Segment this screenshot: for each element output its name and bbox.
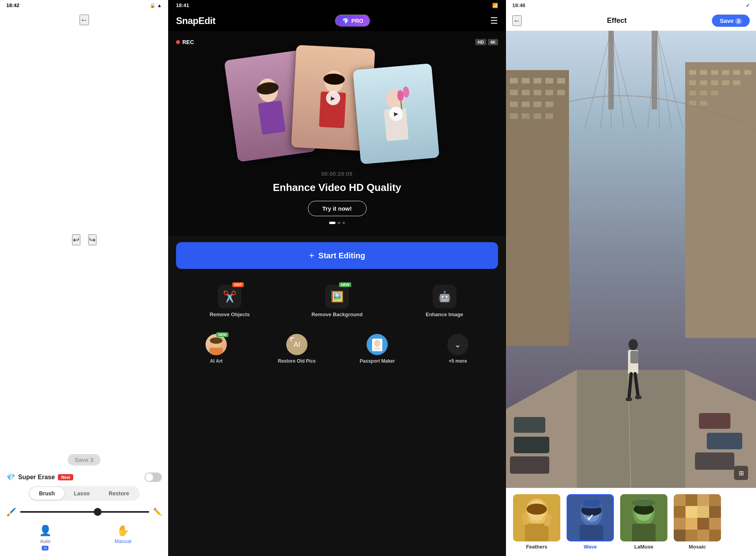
save-button-3[interactable]: Save 3 — [712, 15, 750, 27]
brush-tab-brush[interactable]: Brush — [30, 487, 64, 500]
features-grid: ✂️ HOT Remove Objects 🖼️ NEW Remove Back… — [168, 273, 506, 330]
brush-tab-lasso[interactable]: Lasso — [64, 487, 99, 500]
save-count-3: 3 — [735, 18, 742, 24]
gem-icon-2: 💎 — [342, 18, 349, 24]
effect-feathers[interactable]: Feathers — [510, 494, 563, 550]
ai-art-wrap: NEW — [206, 334, 227, 355]
try-now-button[interactable]: Try it now! — [308, 201, 367, 216]
feature-enhance[interactable]: 🤖 Enhance Image — [391, 277, 498, 326]
svg-rect-119 — [674, 530, 686, 541]
svg-rect-109 — [697, 494, 709, 506]
auto-manual-row: 👤 Auto AI ✋ Manual — [6, 519, 162, 554]
menu-button[interactable]: ☰ — [490, 16, 498, 26]
svg-rect-30 — [374, 347, 381, 350]
remove-objects-icon: ✂️ — [223, 290, 237, 303]
svg-rect-116 — [686, 518, 697, 530]
size-slider[interactable] — [20, 511, 149, 513]
more-button[interactable]: ⌄ — [447, 334, 469, 355]
status-time-1: 18:42 — [6, 2, 19, 8]
status-bar-3: 18:46 ✓ — [506, 0, 756, 11]
new-badge-bg: NEW — [339, 282, 351, 287]
feature-passport[interactable]: Passport Maker — [337, 334, 418, 365]
back-button-3[interactable]: ← — [512, 15, 522, 26]
ai-art-label: AI Art — [210, 358, 222, 365]
panel-effect: 18:46 ✓ ← Effect Save 3 — [506, 0, 756, 556]
mosaic-label: Mosaic — [689, 544, 706, 550]
pro-button[interactable]: 💎 PRO — [335, 15, 370, 27]
feature-restore[interactable]: AI Restore Old Pics — [257, 334, 337, 365]
svg-rect-96 — [580, 525, 603, 541]
plus-icon: + — [309, 250, 315, 261]
svg-rect-108 — [686, 494, 697, 506]
hero-banner: REC HD 4K — [168, 31, 506, 236]
svg-rect-110 — [709, 494, 721, 506]
svg-rect-111 — [674, 506, 686, 518]
brush-tab-group: Brush Lasso Restore — [28, 486, 140, 501]
svg-rect-121 — [697, 530, 709, 541]
svg-rect-72 — [514, 437, 549, 453]
brush-size-icon: 🖌️ — [6, 507, 16, 517]
ai-art-new-badge: NEW — [216, 332, 228, 337]
svg-rect-82 — [626, 398, 632, 401]
undo-button[interactable]: ↩ — [72, 234, 80, 245]
remove-objects-label: Remove Objects — [209, 311, 250, 318]
effect-mosaic[interactable]: Mosaic — [671, 494, 724, 550]
feathers-label: Feathers — [526, 544, 547, 550]
svg-rect-103 — [632, 524, 656, 541]
manual-button[interactable]: ✋ Manual — [84, 522, 162, 553]
svg-rect-73 — [510, 456, 549, 474]
pro-label: PRO — [351, 18, 363, 24]
dot-1 — [329, 222, 335, 224]
remove-bg-label: Remove Background — [311, 311, 363, 318]
split-compare-icon[interactable]: ⊞ — [734, 466, 748, 480]
svg-line-80 — [629, 374, 631, 400]
ai-badge: AI — [42, 546, 48, 550]
svg-point-90 — [526, 504, 547, 515]
feature-more[interactable]: ⌄ +5 more — [418, 334, 498, 365]
start-editing-label: Start Editing — [319, 251, 365, 260]
auto-label: Auto — [40, 538, 50, 544]
mosaic-thumbnail — [674, 494, 721, 541]
wave-checkmark: ✓ — [586, 512, 594, 523]
super-erase-label: 💎 Super Erase New — [6, 473, 162, 482]
more-label: +5 more — [449, 358, 467, 365]
feathers-thumbnail — [513, 494, 560, 541]
svg-rect-89 — [525, 524, 548, 541]
ai-art-avatar — [206, 334, 227, 355]
feature-remove-objects[interactable]: ✂️ HOT Remove Objects — [176, 277, 284, 326]
start-editing-button[interactable]: + Start Editing — [176, 242, 498, 269]
person-figure — [623, 337, 643, 417]
wave-label: Wave — [584, 544, 597, 550]
4k-badge: 4K — [488, 39, 498, 45]
passport-label: Passport Maker — [360, 358, 395, 365]
brush-tab-restore[interactable]: Restore — [99, 487, 139, 500]
wifi-icon: 📶 — [492, 3, 498, 8]
hd-badge: HD — [475, 39, 486, 45]
slider-thumb[interactable] — [94, 508, 102, 516]
lamuse-label: LaMuse — [634, 544, 653, 550]
feature-ai-art[interactable]: NEW AI Art — [176, 334, 257, 365]
verified-icon: ✓ — [746, 3, 750, 8]
effect-wave[interactable]: ✓ Wave — [563, 494, 617, 550]
svg-line-81 — [635, 374, 638, 398]
auto-button[interactable]: 👤 Auto AI — [6, 522, 84, 553]
dot-2 — [338, 222, 340, 224]
brush-size-row: 🖌️ ✏️ — [6, 505, 162, 519]
super-erase-toggle[interactable] — [145, 473, 162, 482]
save-button-1[interactable]: Save 3 — [68, 454, 101, 465]
status-time-3: 18:46 — [512, 2, 525, 8]
status-bar-1: 18:42 🔒 ▲ — [0, 0, 168, 11]
feature-remove-bg[interactable]: 🖼️ NEW Remove Background — [284, 277, 391, 326]
top-nav-1: ← ↩ ↪ Save 3 — [0, 11, 168, 469]
top-nav-3: ← Effect Save 3 — [506, 11, 756, 31]
svg-rect-114 — [709, 506, 721, 518]
status-icons-2: 📶 — [492, 3, 498, 8]
enhance-label: Enhance Image — [426, 311, 463, 318]
effect-lamuse[interactable]: LaMuse — [617, 494, 671, 550]
back-button-1[interactable]: ← — [80, 15, 89, 25]
svg-rect-99 — [584, 500, 599, 506]
svg-rect-112 — [686, 506, 697, 518]
redo-button[interactable]: ↪ — [88, 234, 96, 245]
svg-rect-74 — [699, 413, 730, 429]
svg-rect-107 — [674, 494, 686, 506]
